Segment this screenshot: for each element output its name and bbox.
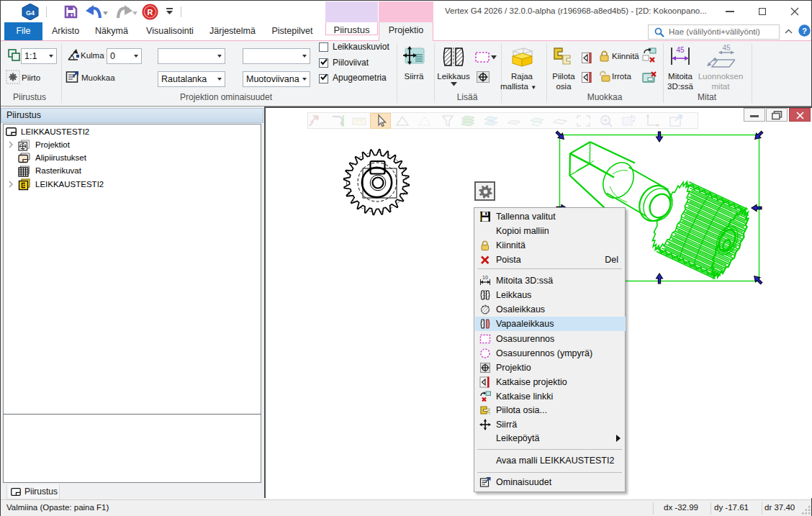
svg-text:45: 45 [722, 45, 731, 52]
svg-text:10: 10 [482, 275, 488, 280]
svg-text:R: R [148, 8, 153, 17]
svg-text:G4: G4 [26, 9, 35, 17]
svg-text:?: ? [802, 27, 807, 35]
svg-text:45: 45 [676, 46, 685, 54]
